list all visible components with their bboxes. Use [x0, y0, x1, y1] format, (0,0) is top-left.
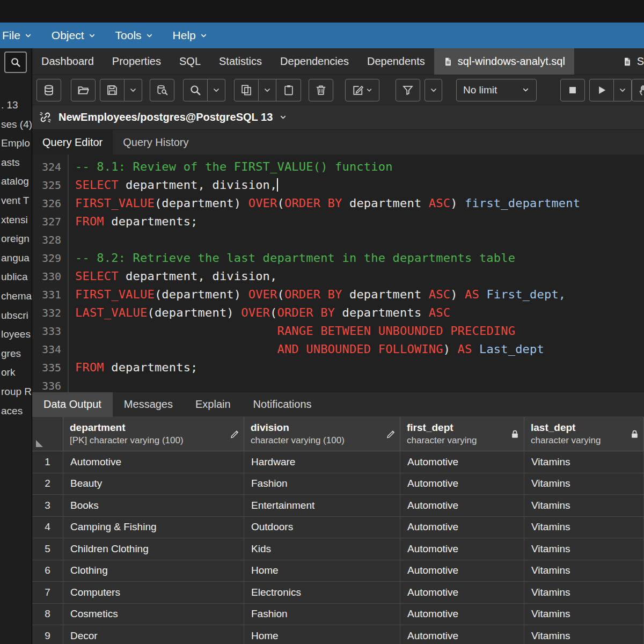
- tree-item[interactable]: ork: [1, 367, 15, 378]
- filter-button[interactable]: [396, 79, 420, 101]
- table-cell[interactable]: Decor: [63, 625, 244, 644]
- find-button[interactable]: [183, 79, 208, 101]
- tree-item[interactable]: gres: [1, 348, 21, 360]
- table-cell[interactable]: Vitamins: [524, 451, 644, 473]
- tree-item[interactable]: Emplo: [1, 137, 30, 149]
- tab-dependents[interactable]: Dependents: [358, 48, 434, 75]
- table-cell[interactable]: Automotive: [400, 604, 524, 626]
- paste-button[interactable]: [276, 79, 301, 101]
- tree-item[interactable]: ubscri: [1, 310, 28, 321]
- table-cell[interactable]: Camping & Fishing: [63, 517, 244, 539]
- row-number-cell[interactable]: 9: [32, 625, 63, 644]
- tab-properties[interactable]: Properties: [103, 48, 170, 75]
- table-cell[interactable]: Computers: [63, 582, 244, 604]
- tab-sql-file[interactable]: sql-windows-analyt.sql: [434, 48, 574, 75]
- tab-data-output[interactable]: Data Output: [32, 392, 113, 417]
- table-cell[interactable]: Outdoors: [244, 517, 400, 539]
- column-header-first-dept[interactable]: first_deptcharacter varying: [400, 417, 524, 451]
- tab-dashboard[interactable]: Dashboard: [32, 48, 103, 75]
- tab-explain[interactable]: Explain: [184, 392, 242, 417]
- row-number-cell[interactable]: 7: [32, 582, 63, 604]
- table-cell[interactable]: Automotive: [400, 625, 524, 644]
- tab-messages[interactable]: Messages: [113, 392, 184, 417]
- delete-button[interactable]: [309, 79, 333, 101]
- table-cell[interactable]: Home: [244, 625, 400, 644]
- table-cell[interactable]: Vitamins: [524, 582, 644, 604]
- table-cell[interactable]: Automotive: [400, 473, 524, 495]
- table-cell[interactable]: Home: [244, 560, 400, 582]
- execute-button[interactable]: [589, 79, 614, 101]
- tree-item[interactable]: oreign: [1, 233, 30, 245]
- sql-editor-input[interactable]: -- 8.1: Review of the FIRST_VALUE() func…: [69, 155, 644, 392]
- table-cell[interactable]: Automotive: [400, 495, 524, 517]
- limit-select[interactable]: No limit: [456, 79, 537, 101]
- grid-select-all-corner[interactable]: [32, 417, 63, 451]
- tab-dependencies[interactable]: Dependencies: [271, 48, 358, 75]
- menu-help[interactable]: Help: [173, 29, 208, 42]
- tab-notifications[interactable]: Notifications: [242, 392, 323, 417]
- column-header-last-dept[interactable]: last_deptcharacter varying: [524, 417, 644, 451]
- table-cell[interactable]: Fashion: [244, 604, 400, 626]
- save-button[interactable]: [100, 79, 125, 101]
- row-number-cell[interactable]: 4: [32, 517, 63, 539]
- connection-chevron-down-icon[interactable]: [279, 113, 287, 121]
- copy-button[interactable]: [234, 79, 259, 101]
- column-header-department[interactable]: department[PK] character varying (100): [63, 417, 244, 451]
- tree-item[interactable]: ses (4): [1, 119, 32, 130]
- table-cell[interactable]: Clothing: [63, 560, 244, 582]
- table-cell[interactable]: Vitamins: [524, 560, 644, 582]
- table-cell[interactable]: Beauty: [63, 473, 244, 495]
- table-cell[interactable]: Children Clothing: [63, 538, 244, 560]
- tree-item[interactable]: . 13: [1, 99, 18, 111]
- tree-item[interactable]: ublica: [1, 271, 28, 283]
- table-cell[interactable]: Automotive: [63, 451, 244, 473]
- table-cell[interactable]: Automotive: [400, 538, 524, 560]
- table-cell[interactable]: Automotive: [400, 560, 524, 582]
- save-options-button[interactable]: [125, 79, 142, 101]
- tree-item[interactable]: chema: [1, 290, 32, 302]
- table-cell[interactable]: Vitamins: [524, 517, 644, 539]
- filter-options-button[interactable]: [425, 79, 442, 101]
- tab-sql-file-partial[interactable]: S: [613, 48, 644, 75]
- tree-item[interactable]: angua: [1, 252, 30, 264]
- cancel-query-button[interactable]: [560, 79, 585, 101]
- menu-tools[interactable]: Tools: [115, 29, 153, 42]
- object-search-button[interactable]: [4, 52, 27, 73]
- table-cell[interactable]: Books: [63, 495, 244, 517]
- row-number-cell[interactable]: 6: [32, 560, 63, 582]
- tree-item[interactable]: asts: [1, 157, 20, 169]
- table-cell[interactable]: Fashion: [244, 473, 400, 495]
- table-cell[interactable]: Automotive: [400, 451, 524, 473]
- table-cell[interactable]: Automotive: [400, 517, 524, 539]
- copy-options-button[interactable]: [259, 79, 276, 101]
- connections-button[interactable]: [36, 79, 61, 101]
- edit-button[interactable]: [345, 79, 379, 101]
- row-number-cell[interactable]: 8: [32, 604, 63, 626]
- execute-options-button[interactable]: [614, 79, 632, 101]
- tree-item[interactable]: xtensi: [1, 214, 28, 226]
- tab-sql[interactable]: SQL: [170, 48, 210, 75]
- tab-statistics[interactable]: Statistics: [210, 48, 271, 75]
- tab-query-history[interactable]: Query History: [113, 130, 199, 155]
- tree-item[interactable]: vent T: [1, 195, 29, 207]
- row-number-cell[interactable]: 2: [32, 473, 63, 495]
- row-number-cell[interactable]: 3: [32, 495, 63, 517]
- open-file-button[interactable]: [71, 79, 96, 101]
- row-number-cell[interactable]: 5: [32, 538, 63, 560]
- table-cell[interactable]: Automotive: [400, 582, 524, 604]
- tab-query-editor[interactable]: Query Editor: [32, 130, 113, 155]
- find-options-button[interactable]: [208, 79, 225, 101]
- table-cell[interactable]: Vitamins: [524, 495, 644, 517]
- table-cell[interactable]: Vitamins: [524, 538, 644, 560]
- tree-item[interactable]: roup R: [1, 386, 32, 398]
- menu-file[interactable]: File: [2, 29, 32, 42]
- row-number-cell[interactable]: 1: [32, 451, 63, 473]
- tree-item[interactable]: atalog: [1, 175, 29, 187]
- table-cell[interactable]: Cosmetics: [63, 604, 244, 626]
- table-cell[interactable]: Hardware: [244, 451, 400, 473]
- table-cell[interactable]: Vitamins: [524, 625, 644, 644]
- table-cell[interactable]: Kids: [244, 538, 400, 560]
- column-header-division[interactable]: divisioncharacter varying (100): [244, 417, 400, 451]
- pan-button[interactable]: [632, 79, 644, 101]
- macros-button[interactable]: [150, 79, 174, 101]
